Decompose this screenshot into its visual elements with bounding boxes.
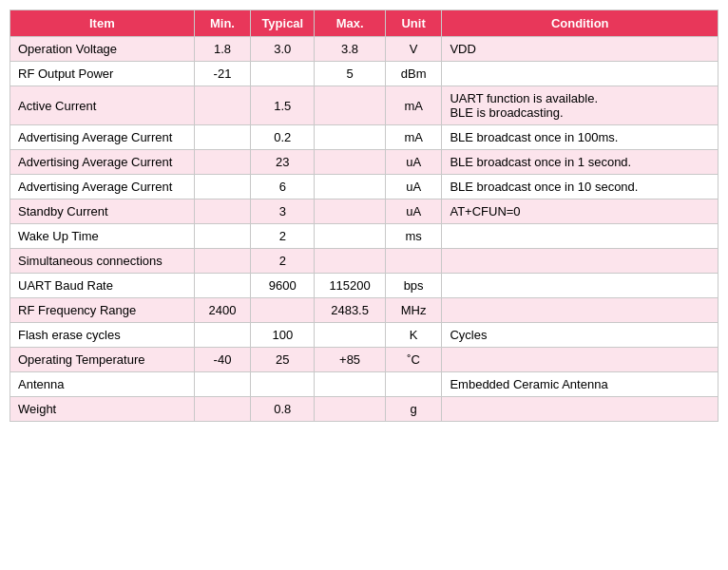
table-row: Weight 0.8 g	[10, 397, 718, 422]
cell-item: Flash erase cycles	[10, 323, 195, 348]
table-row: Advertising Average Current 6 uA BLE bro…	[10, 175, 718, 200]
cell-max	[315, 323, 386, 348]
cell-condition: BLE broadcast once in 10 second.	[442, 175, 718, 200]
table-row: RF Frequency Range 2400 2483.5 MHz	[10, 298, 718, 323]
cell-item: Wake Up Time	[10, 224, 195, 249]
cell-condition	[442, 62, 718, 86]
cell-typical: 2	[251, 224, 315, 249]
cell-max: 2483.5	[315, 298, 386, 323]
cell-max: +85	[315, 348, 386, 372]
cell-condition: BLE broadcast once in 1 second.	[442, 150, 718, 175]
cell-typical: 9600	[251, 274, 315, 298]
cell-typical: 0.2	[251, 125, 315, 150]
cell-unit: uA	[385, 150, 442, 175]
cell-unit: g	[385, 397, 442, 422]
cell-unit: mA	[385, 125, 442, 150]
cell-condition: Embedded Ceramic Antenna	[442, 372, 718, 397]
cell-typical: 3	[251, 200, 315, 224]
cell-typical: 25	[251, 348, 315, 372]
cell-item: Advertising Average Current	[10, 125, 195, 150]
table-row: Advertising Average Current 23 uA BLE br…	[10, 150, 718, 175]
cell-min	[194, 224, 251, 249]
cell-item: Standby Current	[10, 200, 195, 224]
specs-table-wrapper: Item Min. Typical Max. Unit Condition Op…	[10, 10, 718, 422]
cell-max	[315, 200, 386, 224]
cell-min	[194, 150, 251, 175]
cell-condition	[442, 348, 718, 372]
cell-item: RF Output Power	[10, 62, 195, 86]
table-row: Wake Up Time 2 ms	[10, 224, 718, 249]
header-typical: Typical	[251, 10, 315, 37]
table-row: Standby Current 3 uA AT+CFUN=0	[10, 200, 718, 224]
cell-max: 115200	[315, 274, 386, 298]
table-row: RF Output Power -21 5 dBm	[10, 62, 718, 86]
cell-typical	[251, 298, 315, 323]
cell-item: Advertising Average Current	[10, 150, 195, 175]
header-max: Max.	[315, 10, 386, 37]
cell-unit: V	[385, 37, 442, 62]
table-row: Active Current 1.5 mA UART function is a…	[10, 86, 718, 125]
cell-unit	[385, 249, 442, 274]
cell-condition	[442, 224, 718, 249]
table-row: Antenna Embedded Ceramic Antenna	[10, 372, 718, 397]
header-min: Min.	[194, 10, 251, 37]
cell-max	[315, 125, 386, 150]
cell-min: 1.8	[194, 37, 251, 62]
cell-max	[315, 224, 386, 249]
cell-typical: 3.0	[251, 37, 315, 62]
cell-unit: uA	[385, 200, 442, 224]
cell-condition	[442, 274, 718, 298]
cell-max: 3.8	[315, 37, 386, 62]
cell-max	[315, 86, 386, 125]
cell-item: RF Frequency Range	[10, 298, 195, 323]
cell-condition	[442, 249, 718, 274]
table-row: Operation Voltage 1.8 3.0 3.8 V VDD	[10, 37, 718, 62]
cell-condition: Cycles	[442, 323, 718, 348]
cell-unit: uA	[385, 175, 442, 200]
cell-min	[194, 323, 251, 348]
cell-condition: BLE broadcast once in 100ms.	[442, 125, 718, 150]
cell-min	[194, 175, 251, 200]
cell-condition: VDD	[442, 37, 718, 62]
cell-min: -40	[194, 348, 251, 372]
cell-max	[315, 175, 386, 200]
cell-unit: K	[385, 323, 442, 348]
table-row: Simultaneous connections 2	[10, 249, 718, 274]
cell-typical: 6	[251, 175, 315, 200]
cell-condition	[442, 298, 718, 323]
cell-min: -21	[194, 62, 251, 86]
cell-unit: mA	[385, 86, 442, 125]
cell-item: Operating Temperature	[10, 348, 195, 372]
cell-typical: 2	[251, 249, 315, 274]
cell-condition: UART function is available.BLE is broadc…	[442, 86, 718, 125]
cell-item: Active Current	[10, 86, 195, 125]
cell-item: Antenna	[10, 372, 195, 397]
table-row: Flash erase cycles 100 K Cycles	[10, 323, 718, 348]
cell-typical	[251, 62, 315, 86]
cell-unit: dBm	[385, 62, 442, 86]
table-row: Operating Temperature -40 25 +85 ˚C	[10, 348, 718, 372]
cell-max	[315, 150, 386, 175]
cell-unit	[385, 372, 442, 397]
cell-max	[315, 372, 386, 397]
cell-condition	[442, 397, 718, 422]
cell-min: 2400	[194, 298, 251, 323]
cell-typical: 100	[251, 323, 315, 348]
table-row: Advertising Average Current 0.2 mA BLE b…	[10, 125, 718, 150]
cell-item: Weight	[10, 397, 195, 422]
cell-min	[194, 397, 251, 422]
cell-unit: ms	[385, 224, 442, 249]
header-item: Item	[10, 10, 195, 37]
cell-unit: MHz	[385, 298, 442, 323]
table-row: UART Baud Rate 9600 115200 bps	[10, 274, 718, 298]
cell-item: Simultaneous connections	[10, 249, 195, 274]
cell-min	[194, 86, 251, 125]
cell-min	[194, 274, 251, 298]
cell-typical: 1.5	[251, 86, 315, 125]
cell-min	[194, 249, 251, 274]
cell-max	[315, 249, 386, 274]
specs-table: Item Min. Typical Max. Unit Condition Op…	[10, 10, 718, 422]
cell-unit: ˚C	[385, 348, 442, 372]
cell-min	[194, 125, 251, 150]
header-unit: Unit	[385, 10, 442, 37]
